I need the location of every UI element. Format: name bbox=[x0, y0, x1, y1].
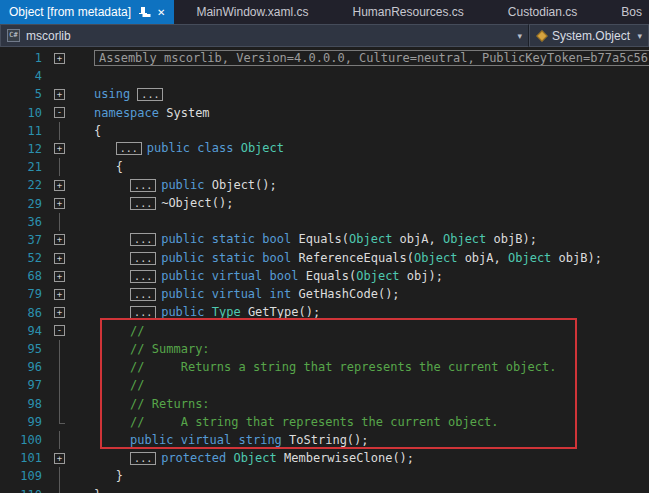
csharp-file-icon: C# bbox=[7, 29, 20, 42]
collapsed-region-box[interactable]: ... bbox=[130, 288, 156, 301]
tab[interactable]: Object [from metadata]✕ bbox=[0, 0, 174, 24]
tab[interactable]: Custodian.cs bbox=[486, 0, 599, 24]
fold-margin: + bbox=[50, 304, 70, 322]
code-text: // bbox=[70, 322, 145, 340]
tab-bar: Object [from metadata]✕MainWindow.xaml.c… bbox=[0, 0, 649, 24]
collapse-icon[interactable]: - bbox=[54, 107, 65, 118]
fold-margin: + bbox=[50, 267, 70, 285]
code-token: ~Object(); bbox=[161, 196, 233, 210]
code-text: // Summary: bbox=[70, 340, 210, 358]
line-number: 11 bbox=[0, 122, 50, 140]
tab-label: HumanResources.cs bbox=[352, 5, 463, 19]
code-line: 1+Assembly mscorlib, Version=4.0.0.0, Cu… bbox=[0, 49, 649, 67]
code-token: } bbox=[94, 488, 101, 493]
code-token[interactable]: Assembly mscorlib, Version=4.0.0.0, Cult… bbox=[94, 50, 649, 66]
fold-margin bbox=[50, 158, 70, 176]
fold-margin: - bbox=[50, 104, 70, 122]
type-dropdown[interactable]: System.Object ▾ bbox=[529, 24, 649, 47]
code-token: Object bbox=[443, 232, 486, 246]
collapsed-region-box[interactable]: ... bbox=[130, 452, 156, 465]
expand-icon[interactable]: + bbox=[54, 453, 65, 464]
expand-icon[interactable]: + bbox=[54, 198, 65, 209]
code-line: 68+...public virtual bool Equals(Object … bbox=[0, 267, 649, 285]
fold-margin: + bbox=[50, 231, 70, 249]
code-text: // Returns a string that represents the … bbox=[70, 358, 556, 376]
code-text: // bbox=[70, 376, 145, 394]
code-token: namespace bbox=[94, 106, 166, 120]
fold-margin bbox=[50, 122, 70, 140]
code-token: public virtual int bbox=[161, 287, 298, 301]
code-token: GetType(); bbox=[241, 305, 320, 319]
code-line: 96// Returns a string that represents th… bbox=[0, 358, 649, 376]
expand-icon[interactable]: + bbox=[54, 180, 65, 191]
line-number: 99 bbox=[0, 413, 50, 431]
pin-icon[interactable] bbox=[138, 6, 148, 18]
line-number: 22 bbox=[0, 176, 50, 194]
code-line: 94-// bbox=[0, 322, 649, 340]
chevron-down-icon[interactable]: ▾ bbox=[517, 31, 522, 41]
code-token: using bbox=[94, 87, 137, 101]
code-token: Equals( bbox=[306, 269, 357, 283]
code-line: 100public virtual string ToString(); bbox=[0, 431, 649, 449]
code-text: ...public class Object bbox=[70, 139, 284, 158]
code-token: Object bbox=[349, 232, 392, 246]
collapsed-region-box[interactable]: ... bbox=[116, 142, 142, 155]
collapsed-region-box[interactable]: ... bbox=[130, 270, 156, 283]
code-text: ...public Type GetType(); bbox=[70, 303, 320, 322]
code-line: 36 bbox=[0, 213, 649, 231]
expand-icon[interactable]: + bbox=[54, 53, 65, 64]
code-editor[interactable]: 1+Assembly mscorlib, Version=4.0.0.0, Cu… bbox=[0, 47, 649, 493]
line-number: 1 bbox=[0, 49, 50, 67]
code-text: ...public static bool Equals(Object objA… bbox=[70, 230, 537, 249]
line-number: 94 bbox=[0, 322, 50, 340]
collapsed-region-box[interactable]: ... bbox=[137, 88, 163, 101]
close-icon[interactable]: ✕ bbox=[157, 7, 165, 18]
code-token: obj); bbox=[400, 269, 443, 283]
code-token: { bbox=[94, 124, 101, 138]
code-line: 110} bbox=[0, 486, 649, 493]
code-line: 79+...public virtual int GetHashCode(); bbox=[0, 285, 649, 303]
code-token: Type bbox=[212, 305, 241, 319]
tab[interactable]: HumanResources.cs bbox=[330, 0, 485, 24]
tab-label: MainWindow.xaml.cs bbox=[196, 5, 308, 19]
chevron-down-icon[interactable]: ▾ bbox=[637, 31, 642, 41]
code-token: Object(); bbox=[212, 178, 277, 192]
expand-icon[interactable]: + bbox=[54, 234, 65, 245]
project-dropdown[interactable]: C# mscorlib ▾ bbox=[0, 24, 529, 47]
code-token: Object bbox=[508, 251, 551, 265]
line-number: 97 bbox=[0, 376, 50, 394]
line-number: 4 bbox=[0, 67, 50, 85]
collapsed-region-box[interactable]: ... bbox=[130, 306, 156, 319]
code-text: } bbox=[70, 467, 123, 485]
collapsed-region-box[interactable]: ... bbox=[130, 252, 156, 265]
expand-icon[interactable]: + bbox=[54, 143, 65, 154]
fold-margin bbox=[50, 486, 70, 493]
collapsed-region-box[interactable]: ... bbox=[130, 233, 156, 246]
tab[interactable]: Bos bbox=[599, 0, 649, 24]
code-line: 98// Returns: bbox=[0, 395, 649, 413]
code-line: 101+...protected Object MemberwiseClone(… bbox=[0, 449, 649, 467]
code-token: // Returns: bbox=[130, 397, 209, 411]
tab[interactable]: MainWindow.xaml.cs bbox=[174, 0, 330, 24]
code-token: public static bool bbox=[161, 251, 298, 265]
expand-icon[interactable]: + bbox=[54, 307, 65, 318]
code-text: Assembly mscorlib, Version=4.0.0.0, Cult… bbox=[70, 49, 649, 67]
collapsed-region-box[interactable]: ... bbox=[130, 179, 156, 192]
code-token: objB); bbox=[486, 232, 537, 246]
tab-label: Bos bbox=[621, 5, 642, 19]
expand-icon[interactable]: + bbox=[54, 289, 65, 300]
expand-icon[interactable]: + bbox=[54, 271, 65, 282]
expand-icon[interactable]: + bbox=[54, 89, 65, 100]
code-text: ...public virtual bool Equals(Object obj… bbox=[70, 267, 443, 286]
navigation-bar: C# mscorlib ▾ System.Object ▾ bbox=[0, 24, 649, 47]
class-icon bbox=[536, 30, 547, 41]
code-line: 95// Summary: bbox=[0, 340, 649, 358]
collapse-icon[interactable]: - bbox=[54, 325, 65, 336]
code-token: ToString(); bbox=[289, 433, 368, 447]
code-text: { bbox=[70, 122, 101, 140]
code-token: // Returns a string that represents the … bbox=[130, 360, 556, 374]
expand-icon[interactable]: + bbox=[54, 253, 65, 264]
project-dropdown-value: mscorlib bbox=[26, 29, 71, 43]
code-token: public virtual string bbox=[130, 433, 289, 447]
collapsed-region-box[interactable]: ... bbox=[130, 197, 156, 210]
